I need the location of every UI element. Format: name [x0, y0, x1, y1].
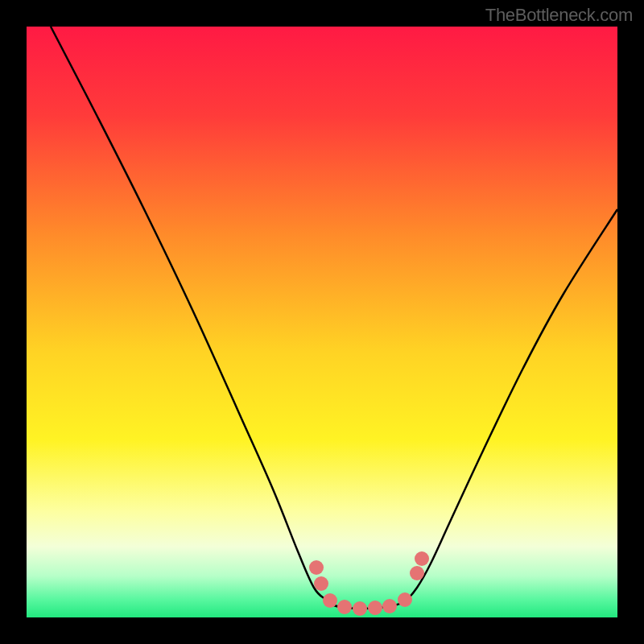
curve-marker: [314, 576, 328, 591]
curve-marker: [309, 560, 324, 575]
watermark-label: TheBottleneck.com: [485, 5, 633, 26]
curve-marker: [353, 601, 367, 616]
curve-marker: [337, 600, 352, 614]
bottleneck-chart: [0, 0, 644, 644]
curve-marker: [368, 601, 382, 615]
chart-container: TheBottleneck.com: [0, 0, 644, 644]
curve-marker: [398, 592, 412, 607]
curve-marker: [323, 593, 337, 608]
plot-background: [27, 27, 617, 617]
curve-marker: [415, 551, 429, 566]
curve-marker: [410, 566, 424, 580]
curve-marker: [382, 599, 397, 613]
